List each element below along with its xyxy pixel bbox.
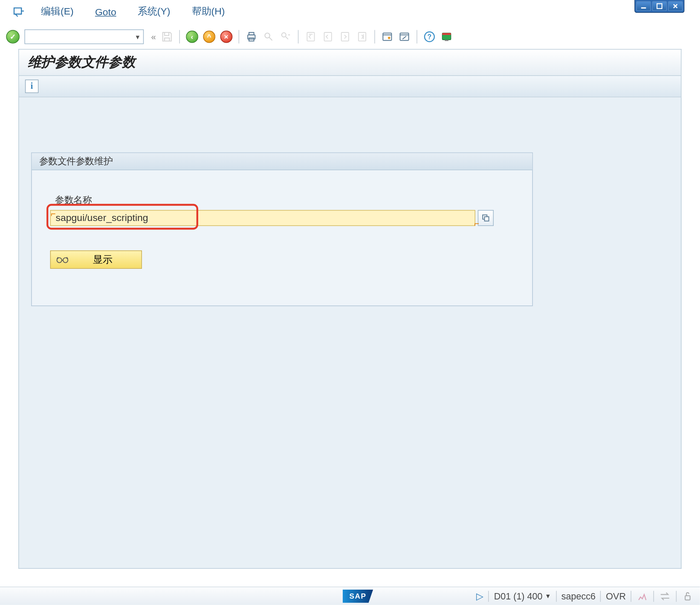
signal-icon <box>636 590 648 602</box>
svg-rect-11 <box>383 33 391 40</box>
menubar: 编辑(E) Goto 系统(Y) 帮助(H) <box>0 0 700 24</box>
last-page-button <box>355 29 369 44</box>
svg-rect-17 <box>445 40 448 41</box>
menu-system[interactable]: 系统(Y) <box>138 6 171 18</box>
first-page-button <box>303 29 318 44</box>
dropdown-icon[interactable]: ▼ <box>135 33 141 40</box>
separator <box>417 30 417 44</box>
client-area: 参数文件参数维护 参数名称 ⌐ ⌐ 显示 <box>18 97 682 569</box>
exit-button[interactable]: ^ <box>202 29 216 44</box>
find-button <box>261 29 275 44</box>
menu-indicator-icon[interactable] <box>12 5 26 19</box>
svg-rect-16 <box>442 33 451 35</box>
menu-help[interactable]: 帮助(H) <box>192 6 225 18</box>
back-button[interactable]: ‹ <box>185 29 199 44</box>
save-button <box>159 29 174 44</box>
cancel-button[interactable]: × <box>219 29 233 44</box>
standard-toolbar: ▼ « ‹ ^ × ? <box>0 24 700 49</box>
dropdown-icon[interactable]: ▼ <box>545 593 551 599</box>
param-name-input[interactable] <box>50 210 475 226</box>
value-help-button[interactable] <box>478 210 494 226</box>
required-marker-icon: ⌐ <box>51 209 56 218</box>
separator <box>556 590 556 602</box>
menu-edit[interactable]: 编辑(E) <box>41 6 74 18</box>
enter-button[interactable] <box>6 30 20 44</box>
separator <box>654 590 654 602</box>
host-text: sapecc6 <box>561 591 596 601</box>
insert-mode-text[interactable]: OVR <box>606 591 626 601</box>
separator <box>374 30 375 44</box>
prev-page-button <box>321 29 335 44</box>
svg-rect-22 <box>685 596 690 600</box>
svg-rect-0 <box>641 7 646 9</box>
svg-rect-9 <box>341 32 348 41</box>
separator <box>298 30 298 44</box>
status-expand-icon[interactable]: ▷ <box>476 590 483 602</box>
param-groupbox: 参数文件参数维护 参数名称 ⌐ ⌐ 显示 <box>31 152 533 306</box>
svg-rect-1 <box>657 4 662 9</box>
param-name-label: 参数名称 <box>55 195 514 206</box>
next-page-button <box>338 29 352 44</box>
groupbox-header: 参数文件参数维护 <box>32 153 532 170</box>
separator <box>179 30 179 44</box>
help-button[interactable]: ? <box>422 29 437 44</box>
window-controls <box>634 0 685 13</box>
command-field[interactable]: ▼ <box>24 29 144 44</box>
page-title: 维护参数文件参数 <box>28 55 136 70</box>
session-text: D01 (1) 400 <box>494 591 543 601</box>
svg-rect-3 <box>249 32 254 35</box>
find-next-button <box>278 29 293 44</box>
svg-rect-12 <box>400 33 408 40</box>
separator <box>238 30 239 44</box>
svg-point-6 <box>282 33 286 37</box>
application-toolbar: i <box>18 76 682 98</box>
transfer-icon[interactable] <box>659 590 671 602</box>
separator <box>631 590 631 602</box>
separator <box>489 590 489 602</box>
close-button[interactable] <box>668 1 683 11</box>
print-button[interactable] <box>244 29 258 44</box>
new-session-button[interactable] <box>380 29 394 44</box>
info-button[interactable]: i <box>25 80 39 93</box>
collapse-toolbar-icon[interactable]: « <box>151 32 156 42</box>
svg-rect-19 <box>485 217 489 221</box>
maximize-button[interactable] <box>652 1 667 11</box>
required-marker-icon: ⌐ <box>474 218 479 228</box>
separator <box>676 590 677 602</box>
display-button[interactable]: 显示 <box>50 250 142 269</box>
menu-goto[interactable]: Goto <box>95 6 116 17</box>
svg-text:?: ? <box>427 33 431 41</box>
session-info[interactable]: D01 (1) 400 ▼ <box>494 591 551 601</box>
separator <box>600 590 601 602</box>
title-bar: 维护参数文件参数 <box>18 49 682 76</box>
minimize-button[interactable] <box>636 1 651 11</box>
display-button-label: 显示 <box>69 253 136 266</box>
status-bar: SAP ▷ D01 (1) 400 ▼ sapecc6 OVR <box>0 587 700 605</box>
svg-point-5 <box>265 33 269 38</box>
lock-icon[interactable] <box>682 590 694 602</box>
svg-rect-8 <box>324 32 331 41</box>
create-shortcut-button[interactable] <box>397 29 411 44</box>
customize-layout-button[interactable] <box>439 29 454 44</box>
svg-rect-10 <box>359 32 366 41</box>
sap-logo: SAP <box>343 589 373 603</box>
svg-rect-7 <box>307 32 314 41</box>
glasses-icon <box>56 255 69 264</box>
